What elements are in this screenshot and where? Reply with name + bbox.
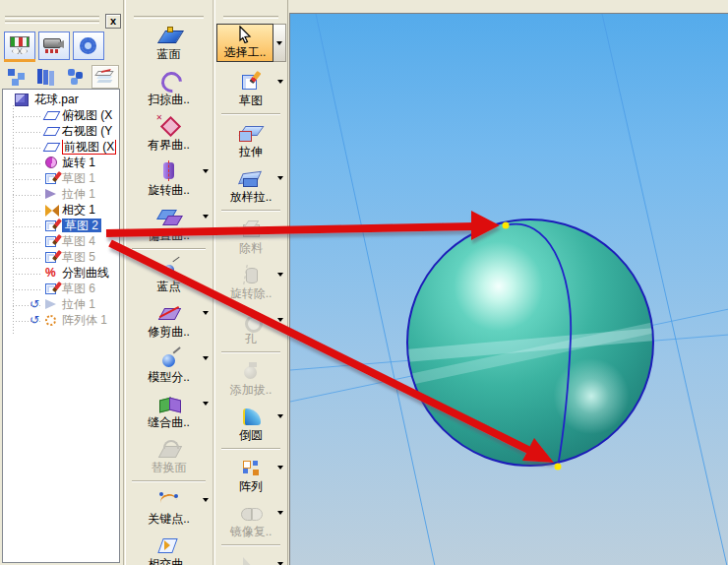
revolved-cutout-button[interactable]: 旋转除..	[214, 261, 287, 304]
tab-library[interactable]	[32, 65, 60, 89]
grip-line	[5, 16, 99, 19]
mirror-copy-icon	[237, 502, 265, 524]
edgebar-tab-row-1	[0, 30, 123, 62]
tree-item-intersect-1[interactable]: 相交 1	[3, 203, 119, 219]
blue-point-icon	[155, 257, 183, 279]
chevron-down-icon[interactable]	[277, 466, 283, 470]
sketch-curve-layer	[290, 14, 728, 565]
part-cube-icon	[15, 94, 29, 106]
viewport-3d[interactable]	[289, 13, 728, 565]
link-rollback-icon	[30, 297, 39, 312]
plane-icon	[43, 127, 61, 136]
split-curve-icon	[45, 266, 60, 280]
sketch-icon	[45, 283, 56, 294]
tree-item-extrude-1[interactable]: 拉伸 1	[3, 187, 119, 203]
add-draft-button[interactable]: 添加拔..	[214, 357, 287, 401]
close-button[interactable]: x	[105, 14, 121, 29]
revolved-surface-button[interactable]: 旋转曲..	[125, 157, 212, 201]
chevron-down-icon[interactable]	[203, 498, 209, 502]
gear-icon	[80, 37, 96, 54]
tree-item-split-curve[interactable]: 分割曲线	[3, 266, 119, 282]
revolved-surface-icon	[155, 160, 183, 182]
mirror-copy-button[interactable]: 镜像复..	[214, 499, 287, 542]
sketch-icon	[45, 220, 56, 231]
lofted-extrude-button[interactable]: 放样拉..	[214, 164, 287, 208]
toolbar-separator	[132, 480, 206, 482]
extrude-icon	[45, 299, 56, 309]
blue-surface-button[interactable]: 蓝面	[125, 22, 212, 65]
chevron-down-icon[interactable]	[277, 80, 283, 84]
curve-endpoint-bottom[interactable]	[555, 464, 562, 471]
tree-item-right-view[interactable]: 右视图 (Y	[3, 124, 119, 140]
tab-layers[interactable]	[91, 65, 119, 89]
hole-icon	[237, 309, 265, 331]
trim-surface-button[interactable]: 修剪曲..	[125, 299, 212, 343]
keypoint-curve-icon	[155, 489, 183, 511]
chevron-down-icon[interactable]	[203, 356, 209, 360]
blue-surface-icon	[155, 25, 183, 46]
chevron-down-icon[interactable]	[203, 215, 209, 219]
edgebar-grip[interactable]: x	[0, 0, 123, 30]
extrude-icon	[45, 189, 56, 199]
round-button[interactable]: 倒圆	[214, 403, 287, 446]
tab-animation[interactable]	[38, 31, 70, 60]
chevron-down-icon[interactable]	[277, 414, 283, 418]
intersection-curve-button[interactable]: 相交曲..	[125, 532, 212, 565]
model-split-icon	[155, 347, 183, 369]
toolbar-grip[interactable]	[223, 16, 278, 19]
toolbar-separator	[221, 544, 280, 546]
rib-button[interactable]: 筋板	[214, 550, 287, 565]
tab-feature-playback[interactable]	[4, 31, 35, 60]
pattern-button[interactable]: 阵列	[214, 454, 287, 497]
features-toolbar: 选择工.. 草图 拉伸 放样拉.. 除料 旋转除.. 孔 添加拔.. 倒圆	[214, 0, 288, 565]
tab-settings[interactable]	[73, 31, 104, 60]
offset-surface-icon	[155, 206, 183, 227]
blue-point-button[interactable]: 蓝点	[125, 254, 212, 297]
tree-root[interactable]: 花球.par	[3, 93, 119, 108]
extrude-button[interactable]: 拉伸	[214, 119, 287, 162]
chevron-down-icon[interactable]	[277, 176, 283, 180]
tab-pathfinder[interactable]	[3, 65, 30, 89]
tree-item-sketch-5[interactable]: 草图 5	[3, 250, 119, 266]
tree-item-revolve-1[interactable]: 旋转 1	[3, 156, 119, 171]
chevron-down-icon[interactable]	[277, 273, 283, 277]
chevron-down-icon[interactable]	[277, 318, 283, 322]
replace-face-button[interactable]: 替换面	[125, 435, 212, 478]
tree-item-pattern-body[interactable]: 阵列体 1	[3, 313, 119, 329]
swept-surface-button[interactable]: 扫掠曲..	[125, 67, 212, 110]
lofted-extrude-icon	[237, 167, 265, 189]
stitch-surface-button[interactable]: 缝合曲..	[125, 390, 212, 433]
offset-surface-button[interactable]: 偏置曲..	[125, 203, 212, 246]
tab-parts[interactable]	[62, 65, 90, 89]
tree-item-top-view[interactable]: 俯视图 (X	[3, 108, 119, 124]
chevron-down-icon[interactable]	[203, 169, 209, 173]
sketch-curve[interactable]	[506, 224, 571, 467]
toolbar-grip[interactable]	[134, 16, 204, 19]
chevron-down-icon[interactable]	[203, 311, 209, 315]
curve-endpoint-top[interactable]	[503, 222, 510, 229]
sketch-icon	[45, 236, 56, 247]
keypoint-curve-button[interactable]: 关键点..	[125, 486, 212, 530]
link-rollback-icon	[30, 313, 39, 328]
select-tool-dropdown[interactable]	[273, 24, 286, 62]
chevron-down-icon[interactable]	[277, 511, 283, 515]
hole-button[interactable]: 孔	[214, 306, 287, 349]
select-tool-button[interactable]: 选择工..	[216, 24, 286, 62]
intersect-icon	[45, 205, 52, 217]
bounded-surface-button[interactable]: 有界曲..	[125, 112, 212, 156]
tree-item-sketch-4[interactable]: 草图 4	[3, 234, 119, 250]
chevron-down-icon[interactable]	[203, 402, 209, 406]
pattern-icon	[237, 457, 265, 478]
tree-item-sketch-2-selected[interactable]: 草图 2	[3, 219, 119, 234]
trim-surface-icon	[155, 302, 183, 324]
model-split-button[interactable]: 模型分..	[125, 345, 212, 388]
tree-item-sketch-6[interactable]: 草图 6	[3, 282, 119, 297]
tree-item-front-view[interactable]: 前视图 (X	[3, 140, 119, 156]
select-tool-main[interactable]: 选择工..	[216, 24, 273, 62]
cutout-button[interactable]: 除料	[214, 216, 287, 259]
sketch-button[interactable]: 草图	[214, 68, 287, 111]
replace-face-icon	[155, 438, 183, 460]
rib-icon	[237, 553, 265, 565]
tree-item-sketch-1[interactable]: 草图 1	[3, 171, 119, 187]
tree-item-extrude-linked[interactable]: 拉伸 1	[3, 297, 119, 313]
